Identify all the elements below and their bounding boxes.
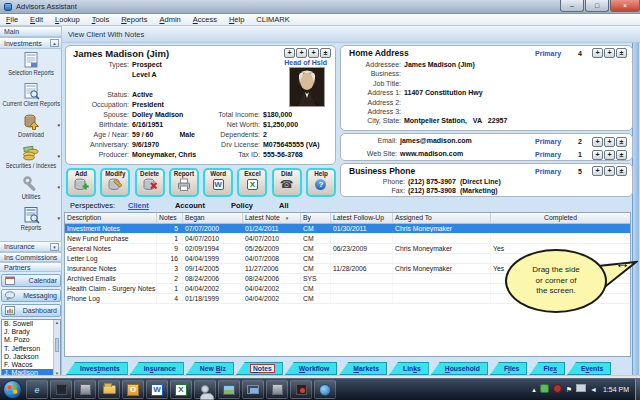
ie-icon[interactable]: e <box>26 380 48 399</box>
tab-investments[interactable]: Investments <box>66 362 128 375</box>
client-list-item[interactable]: J. Brady <box>2 328 60 336</box>
record-nav-more-button[interactable]: ± <box>616 48 627 58</box>
client-list-item[interactable]: D. Jackson <box>2 353 60 361</box>
action-center-flag-icon[interactable]: ⚑ <box>566 385 572 395</box>
maximize-button[interactable]: □ <box>585 0 609 12</box>
tab-household[interactable]: Household <box>431 362 488 375</box>
tab-files[interactable]: Files <box>490 362 528 375</box>
sidebar-group-investments[interactable]: Investments▴ <box>0 37 62 49</box>
collapse-button[interactable]: ▴ <box>50 39 59 47</box>
security-app-icon[interactable] <box>290 380 312 399</box>
menu-edit[interactable]: Edit <box>24 15 49 24</box>
record-nav-button[interactable]: + <box>296 48 307 58</box>
sidebar-item-reports[interactable]: Reports▾ <box>0 205 62 236</box>
gray-app-icon[interactable] <box>74 380 96 399</box>
record-nav-more-button[interactable]: ± <box>320 48 331 58</box>
report-button[interactable]: Report <box>169 168 199 197</box>
record-nav-button[interactable]: + <box>308 48 319 58</box>
record-nav-more-button[interactable]: ± <box>616 150 627 160</box>
sidebar-group-ins-commissions[interactable]: Ins Commissions <box>0 252 62 262</box>
column-header-by[interactable]: By <box>301 213 331 223</box>
record-nav-button[interactable]: + <box>604 166 615 176</box>
word-button[interactable]: WordW <box>203 168 233 197</box>
tab-workflow[interactable]: Workflow <box>285 362 337 375</box>
column-header-description[interactable]: Description <box>65 213 157 223</box>
status-icon[interactable] <box>553 384 562 396</box>
photos-icon[interactable] <box>218 380 240 399</box>
sidebar-item-selection-reports[interactable]: Selection Reports <box>0 50 62 81</box>
column-header-latest-follow-up[interactable]: Latest Follow-Up <box>331 213 393 223</box>
menu-reports[interactable]: Reports <box>115 15 153 24</box>
sidebar-item-download[interactable]: Download▾ <box>0 112 62 143</box>
client-list-item[interactable]: F. Wacos <box>2 361 60 369</box>
contacts-icon[interactable] <box>194 380 216 399</box>
perspective-policy[interactable]: Policy <box>231 201 253 210</box>
dropdown-button[interactable]: ▾ <box>50 243 59 251</box>
menu-help[interactable]: Help <box>223 15 250 24</box>
client-list-item[interactable]: B. Sowell <box>2 320 60 328</box>
column-header-completed[interactable]: Completed <box>491 213 630 223</box>
start-button[interactable] <box>3 380 22 399</box>
record-nav-button[interactable]: + <box>604 137 615 147</box>
tab-notes[interactable]: Notes <box>236 362 283 375</box>
folder-icon[interactable] <box>98 380 120 399</box>
column-header-began[interactable]: Began <box>183 213 243 223</box>
record-nav-button[interactable]: + <box>592 48 603 58</box>
primary-link[interactable]: Primary <box>535 149 569 161</box>
menu-tools[interactable]: Tools <box>86 15 116 24</box>
excel-button[interactable]: ExcelX <box>237 168 267 197</box>
primary-link[interactable]: Primary <box>535 136 569 148</box>
menu-access[interactable]: Access <box>187 15 223 24</box>
record-nav-button[interactable]: + <box>592 166 603 176</box>
menu-lookup[interactable]: Lookup <box>49 15 86 24</box>
outlook-icon[interactable]: O <box>122 380 144 399</box>
excel-icon[interactable]: X <box>170 380 192 399</box>
record-nav-more-button[interactable]: ± <box>616 137 627 147</box>
client-list-item[interactable]: M. Pozo <box>2 336 60 344</box>
help-button[interactable]: Help? <box>306 168 336 197</box>
window-right-resize-border[interactable] <box>632 43 639 375</box>
sidebar-group-insurance[interactable]: Insurance▾ <box>0 241 62 252</box>
table-row[interactable]: New Fund Purchase104/07/201004/07/2010CM <box>65 234 630 244</box>
messaging-button[interactable]: Messaging <box>1 289 61 302</box>
globe-icon[interactable] <box>314 380 336 399</box>
record-nav-button[interactable]: + <box>592 150 603 160</box>
tab-new-biz[interactable]: New Biz <box>186 362 234 375</box>
volume-icon[interactable]: ◄ <box>590 385 597 395</box>
sidebar-item-securities-indexes[interactable]: Securities / Indexes▾ <box>0 143 62 174</box>
address-primary-link[interactable]: Primary <box>535 50 569 57</box>
client-list-item[interactable]: T. Jefferson <box>2 345 60 353</box>
calendar-button[interactable]: Calendar <box>1 274 61 287</box>
sidebar-item-current-client-reports[interactable]: Current Client Reports <box>0 81 62 112</box>
modify-button[interactable]: Modify <box>100 168 130 197</box>
dial-button[interactable]: Dial☎ <box>272 168 302 197</box>
menu-climark[interactable]: CLIMARK <box>250 15 295 24</box>
table-row[interactable]: Investment Notes507/07/200001/24/2011CM0… <box>65 224 630 234</box>
close-button[interactable]: × <box>610 0 640 12</box>
dashboard-button[interactable]: Dashboard <box>1 304 61 317</box>
phone-primary-link[interactable]: Primary <box>535 168 569 175</box>
record-nav-button[interactable]: + <box>604 48 615 58</box>
gray-app-icon[interactable] <box>266 380 288 399</box>
add-button[interactable]: Add <box>66 168 96 197</box>
head-of-household-link[interactable]: Head of Hsld <box>284 59 327 66</box>
antivirus-icon[interactable] <box>540 384 549 396</box>
tab-links[interactable]: Links <box>389 362 429 375</box>
scroll-up-icon[interactable]: ▲ <box>54 320 60 325</box>
tab-insurance[interactable]: Insurance <box>130 362 184 375</box>
column-header-latest-note[interactable]: Latest Note▾ <box>243 213 301 223</box>
perspective-account[interactable]: Account <box>175 201 205 210</box>
column-header-notes[interactable]: Notes <box>157 213 183 223</box>
hidden-icons-chevron[interactable]: ▴ <box>532 385 536 395</box>
perspective-client[interactable]: Client <box>128 201 149 210</box>
record-nav-button[interactable]: + <box>604 150 615 160</box>
sidebar-group-main[interactable]: Main <box>0 26 62 37</box>
dark-app-icon[interactable] <box>50 380 72 399</box>
tab-events[interactable]: Events <box>567 362 611 375</box>
record-nav-more-button[interactable]: ± <box>616 166 627 176</box>
record-nav-button[interactable]: + <box>592 137 603 147</box>
show-desktop-button[interactable] <box>635 379 640 400</box>
minimize-button[interactable]: – <box>560 0 584 12</box>
menu-file[interactable]: File <box>0 15 24 24</box>
network-tray-icon[interactable] <box>576 384 586 395</box>
